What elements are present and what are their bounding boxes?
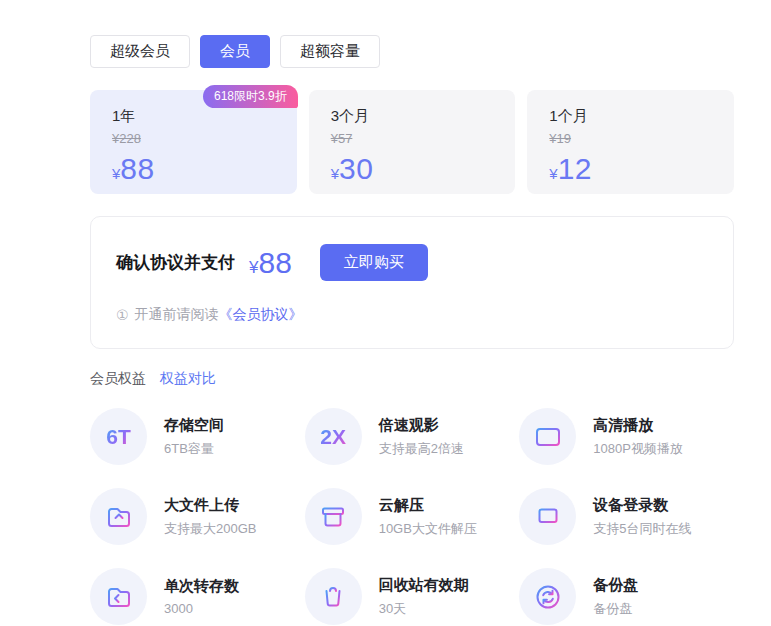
currency-symbol: ¥	[331, 165, 339, 182]
plan-price: ¥88	[112, 152, 275, 186]
tab-extra-capacity[interactable]: 超额容量	[280, 35, 380, 68]
checkout-card: 确认协议并支付 ¥88 立即购买 ① 开通前请阅读 《会员协议》	[90, 216, 734, 349]
benefit-title: 设备登录数	[593, 496, 691, 515]
6t-glyph: 6T	[106, 425, 131, 449]
pay-amount: ¥88	[249, 246, 292, 280]
plan-name: 1个月	[549, 107, 712, 126]
benefit-title: 倍速观影	[379, 416, 464, 435]
benefit-title: 单次转存数	[164, 577, 239, 596]
plan-card-1month[interactable]: 1个月 ¥19 ¥12	[527, 90, 734, 194]
notice-text: 开通前请阅读	[135, 306, 219, 324]
price-value: 12	[558, 152, 592, 185]
folder-transfer-icon	[90, 568, 147, 625]
benefits-title: 会员权益	[90, 370, 146, 388]
benefit-speed: 2X 倍速观影支持最高2倍速	[305, 408, 520, 465]
pay-row: 确认协议并支付 ¥88 立即购买	[116, 244, 708, 281]
benefit-title: 高清播放	[593, 416, 683, 435]
plan-price: ¥30	[331, 152, 494, 186]
benefit-desc: 3000	[164, 601, 239, 616]
currency-symbol: ¥	[549, 165, 557, 182]
price-value: 88	[120, 152, 154, 185]
benefit-desc: 支持5台同时在线	[593, 520, 691, 538]
benefit-recycle-bin: 回收站有效期30天	[305, 568, 520, 625]
benefit-storage: 6T 存储空间6TB容量	[90, 408, 305, 465]
hd-card-icon	[519, 408, 576, 465]
plan-original-price: ¥57	[331, 131, 494, 146]
2x-icon: 2X	[305, 408, 362, 465]
benefit-device-login: 设备登录数支持5台同时在线	[519, 488, 734, 545]
info-icon: ①	[116, 307, 129, 323]
tab-super-member[interactable]: 超级会员	[90, 35, 190, 68]
benefit-title: 备份盘	[593, 576, 638, 595]
plan-list: 618限时3.9折 1年 ¥228 ¥88 3个月 ¥57 ¥30 1个月 ¥1…	[90, 90, 734, 194]
trash-icon	[305, 568, 362, 625]
plan-original-price: ¥19	[549, 131, 712, 146]
benefit-desc: 30天	[379, 600, 469, 618]
benefit-desc: 支持最大200GB	[164, 520, 256, 538]
amount-value: 88	[258, 246, 291, 279]
benefits-compare-link[interactable]: 权益对比	[160, 370, 216, 388]
benefit-desc: 6TB容量	[164, 440, 224, 458]
benefit-title: 存储空间	[164, 416, 224, 435]
benefit-hd-playback: 高清播放1080P视频播放	[519, 408, 734, 465]
plan-card-1year[interactable]: 618限时3.9折 1年 ¥228 ¥88	[90, 90, 297, 194]
price-value: 30	[339, 152, 373, 185]
plan-price: ¥12	[549, 152, 712, 186]
membership-tabs: 超级会员 会员 超额容量	[90, 35, 734, 68]
folder-upload-icon	[90, 488, 147, 545]
benefit-desc: 备份盘	[593, 600, 638, 618]
plan-original-price: ¥228	[112, 131, 275, 146]
benefit-title: 大文件上传	[164, 496, 256, 515]
archive-box-icon	[305, 488, 362, 545]
benefit-desc: 支持最高2倍速	[379, 440, 464, 458]
plan-name: 3个月	[331, 107, 494, 126]
6t-icon: 6T	[90, 408, 147, 465]
promo-badge: 618限时3.9折	[203, 85, 298, 108]
benefit-transfer-count: 单次转存数3000	[90, 568, 305, 625]
confirm-label: 确认协议并支付	[116, 251, 235, 274]
benefit-desc: 10GB大文件解压	[379, 520, 477, 538]
benefit-desc: 1080P视频播放	[593, 440, 683, 458]
member-agreement-link[interactable]: 《会员协议》	[219, 306, 303, 324]
buy-now-button[interactable]: 立即购买	[320, 244, 428, 281]
membership-panel: 超级会员 会员 超额容量 618限时3.9折 1年 ¥228 ¥88 3个月 ¥…	[90, 35, 734, 625]
benefits-grid: 6T 存储空间6TB容量 2X 倍速观影支持最高2倍速 高清播放1080P视频播…	[90, 408, 734, 625]
plan-card-3month[interactable]: 3个月 ¥57 ¥30	[309, 90, 516, 194]
benefit-large-upload: 大文件上传支持最大200GB	[90, 488, 305, 545]
2x-glyph: 2X	[320, 425, 346, 449]
tab-member[interactable]: 会员	[200, 35, 270, 68]
benefit-title: 回收站有效期	[379, 576, 469, 595]
plan-name: 1年	[112, 107, 275, 126]
benefit-cloud-unzip: 云解压10GB大文件解压	[305, 488, 520, 545]
sync-icon	[519, 568, 576, 625]
benefits-header: 会员权益 权益对比	[90, 370, 734, 388]
benefit-backup-disk: 备份盘备份盘	[519, 568, 734, 625]
laptop-icon	[519, 488, 576, 545]
benefit-title: 云解压	[379, 496, 477, 515]
agreement-notice: ① 开通前请阅读 《会员协议》	[116, 306, 708, 324]
